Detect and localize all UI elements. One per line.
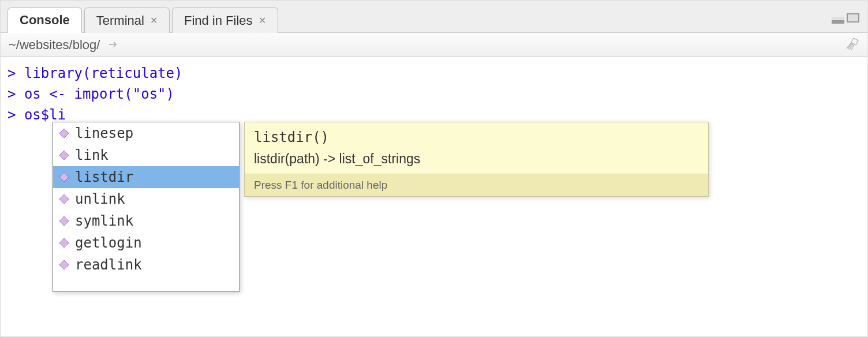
value-icon	[59, 128, 69, 138]
tab-label: Find in Files	[184, 13, 253, 28]
close-icon[interactable]: ✕	[259, 15, 266, 26]
autocomplete-label: link	[75, 147, 108, 163]
autocomplete-item-selected[interactable]: listdir	[53, 166, 239, 188]
code-text: os <- import("os")	[24, 86, 174, 102]
console-output[interactable]: > library(reticulate) > os <- import("os…	[1, 57, 867, 336]
tab-console[interactable]: Console	[8, 8, 82, 33]
svg-marker-5	[59, 238, 69, 248]
path-text: ~/websites/blog/	[9, 38, 100, 53]
tab-label: Terminal	[96, 13, 144, 28]
tab-find-in-files[interactable]: Find in Files ✕	[172, 8, 278, 33]
svg-marker-3	[59, 194, 69, 204]
value-icon	[59, 150, 69, 160]
autocomplete-label: readlink	[75, 257, 142, 273]
tab-bar: Console Terminal ✕ Find in Files ✕	[1, 1, 867, 33]
autocomplete-item[interactable]: readlink	[53, 254, 239, 276]
autocomplete-label: getlogin	[75, 235, 142, 251]
svg-marker-0	[59, 129, 69, 138]
tab-label: Console	[20, 13, 70, 28]
close-icon[interactable]: ✕	[150, 15, 158, 26]
prompt-symbol: >	[8, 107, 16, 123]
goto-directory-icon[interactable]	[108, 38, 119, 53]
tooltip-body: listdir() listdir(path) -> list_of_strin…	[245, 122, 708, 174]
console-line: > os <- import("os")	[8, 84, 860, 104]
autocomplete-item[interactable]: getlogin	[53, 232, 239, 254]
value-icon	[59, 216, 69, 226]
help-tooltip: listdir() listdir(path) -> list_of_strin…	[244, 122, 709, 197]
value-icon	[59, 194, 69, 204]
autocomplete-label: linesep	[75, 125, 133, 141]
autocomplete-label: listdir	[75, 169, 133, 185]
prompt-symbol: >	[8, 65, 16, 81]
autocomplete-item[interactable]: linesep	[53, 122, 239, 144]
tooltip-description: listdir(path) -> list_of_strings	[254, 151, 699, 167]
minimize-pane-icon[interactable]	[832, 17, 844, 24]
value-icon	[59, 238, 69, 248]
autocomplete-item[interactable]: unlink	[53, 188, 239, 210]
maximize-pane-icon[interactable]	[847, 13, 859, 23]
working-directory[interactable]: ~/websites/blog/	[9, 38, 119, 53]
autocomplete-item[interactable]: link	[53, 144, 239, 166]
svg-marker-2	[59, 173, 69, 182]
console-panel: Console Terminal ✕ Find in Files ✕ ~/web…	[0, 0, 868, 337]
autocomplete-label: symlink	[75, 213, 133, 229]
tab-terminal[interactable]: Terminal ✕	[84, 8, 170, 33]
code-text: os$li	[24, 107, 66, 123]
autocomplete-item[interactable]: symlink	[53, 210, 239, 232]
autocomplete-popup: linesep link listdir unlink	[53, 122, 240, 292]
code-text: library(reticulate)	[24, 65, 183, 81]
tooltip-footer: Press F1 for additional help	[245, 174, 708, 196]
path-bar: ~/websites/blog/	[1, 33, 867, 57]
pane-controls	[832, 13, 859, 24]
clear-console-icon[interactable]	[844, 36, 859, 54]
autocomplete-label: unlink	[75, 191, 125, 207]
svg-marker-6	[59, 260, 69, 269]
tooltip-signature: listdir()	[254, 129, 699, 145]
console-line: > library(reticulate)	[8, 63, 860, 84]
svg-marker-1	[59, 151, 69, 160]
prompt-symbol: >	[8, 86, 16, 102]
value-icon	[59, 172, 69, 182]
value-icon	[59, 260, 69, 270]
svg-marker-4	[59, 216, 69, 226]
